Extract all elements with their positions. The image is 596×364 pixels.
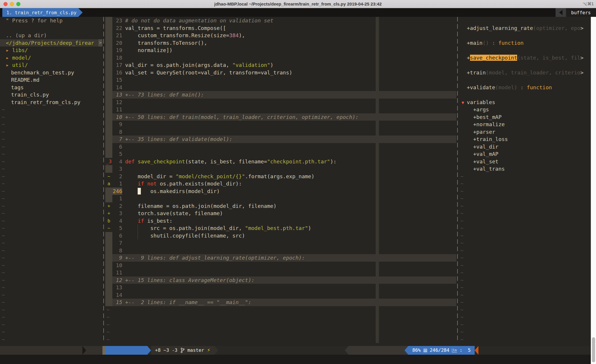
- code-line[interactable]: ~2 model_dir = "model/check_point/{}".fo…: [105, 173, 456, 180]
- tab-train-retr-from-cls[interactable]: 1. train_retr_from_cls.py: [2, 8, 78, 17]
- tagbar-section-variables[interactable]: ▼ variables: [459, 99, 591, 106]
- fold-line[interactable]: 7+-- 35 lines: def validate(model):: [105, 135, 456, 143]
- blank-code-line[interactable]: 5: [105, 150, 456, 158]
- nerdtree-up-dir[interactable]: .. (up a dir): [0, 32, 102, 39]
- blank-code-line[interactable]: 18: [105, 54, 456, 62]
- tagbar-variable-item[interactable]: +train_loss: [459, 135, 591, 143]
- empty-line-tilde: ~: [459, 232, 591, 240]
- sign-column-cell: [105, 135, 112, 143]
- blank-code-line[interactable]: 3: [105, 165, 456, 173]
- window-separator-left[interactable]: [103, 17, 104, 343]
- fold-line[interactable]: 15+-- 2 lines: if __name__ == "__main__"…: [105, 299, 456, 306]
- empty-line-tilde: ~: [105, 328, 456, 336]
- powerline-arrow: [214, 346, 218, 355]
- tree-dir-item[interactable]: ▸ model/: [0, 54, 102, 62]
- section-label: variables: [467, 99, 495, 105]
- blank-code-line[interactable]: 15: [105, 76, 456, 84]
- code-line[interactable]: 17val_dir = os.path.join(args.data, "val…: [105, 61, 456, 69]
- blank-code-line[interactable]: 9: [105, 121, 456, 128]
- tree-file-item[interactable]: tags: [0, 84, 102, 91]
- blank-code-line[interactable]: 14: [105, 84, 456, 91]
- blank-code-line[interactable]: 10: [105, 262, 456, 269]
- dir-name: libs/: [12, 47, 28, 53]
- scrollbar-thumb[interactable]: [592, 337, 595, 362]
- code-line[interactable]: 21 custom_transform.Resize(size=384),: [105, 32, 456, 39]
- fold-line[interactable]: 13+-- 73 lines: def main():: [105, 91, 456, 99]
- window-separator-right[interactable]: [457, 17, 458, 343]
- sign-column-cell: [105, 269, 112, 276]
- tagbar-function-item[interactable]: +train(model, train_loader, criterio>: [459, 69, 591, 76]
- tagbar-variable-item[interactable]: +val_mAP: [459, 150, 591, 158]
- code-line[interactable]: 16val_set = QuerySet(root=val_dir, trans…: [105, 69, 456, 76]
- tagbar-variable-item[interactable]: +val_dir: [459, 143, 591, 151]
- blank-code-line[interactable]: 7: [105, 239, 456, 247]
- code-line[interactable]: b4 if is_best:: [105, 217, 456, 225]
- empty-line-tilde: ~: [0, 202, 102, 210]
- visibility-plus: +: [467, 69, 470, 76]
- blank-code-line[interactable]: 14: [105, 291, 456, 299]
- folder-collapsed-icon: ▸: [6, 62, 12, 68]
- buffers-toggle[interactable]: buffers: [566, 8, 596, 17]
- code-line[interactable]: ~5 src = os.path.join(model_dir, "model_…: [105, 224, 456, 232]
- tree-file-item[interactable]: train_cls.py: [0, 91, 102, 99]
- fold-line[interactable]: 10+-- 50 lines: def train(model, train_l…: [105, 113, 456, 121]
- powerline-arrow: [147, 346, 151, 355]
- code-line[interactable]: 6 shutil.copyfile(filename, src): [105, 232, 456, 240]
- code-line[interactable]: 246 os.makedirs(model_dir): [105, 188, 456, 195]
- code-line[interactable]: 19 normalize]): [105, 47, 456, 54]
- tagbar-function-item[interactable]: +validate(model) : function: [459, 84, 591, 91]
- blank-code-line[interactable]: 6: [105, 143, 456, 151]
- tree-dir-item[interactable]: ▸ libs/: [0, 47, 102, 54]
- blank-code-line[interactable]: 8: [105, 247, 456, 254]
- text-token: os.path.exists(model_dir):: [157, 181, 242, 187]
- tagbar-function-item[interactable]: +adjust_learning_rate(optimizer, epo>: [459, 24, 591, 32]
- sign-column-cell: b: [105, 217, 112, 225]
- code-line[interactable]: 23# do not do data augmentation on valid…: [105, 17, 456, 24]
- tree-dir-item[interactable]: ▸ util/: [0, 61, 102, 69]
- line-number: 20: [112, 39, 122, 47]
- nerdtree-root[interactable]: </jdhao/Projects/deep_firear>: [0, 39, 102, 47]
- line-number: 3: [112, 165, 122, 173]
- empty-line-tilde: ~: [0, 195, 102, 202]
- nerdtree-statusline: ~/Projects/deep_firearm: [0, 346, 102, 355]
- tagbar-variable-item[interactable]: +val_trans: [459, 165, 591, 173]
- code-line[interactable]: +2 filename = os.path.join(model_dir, fi…: [105, 202, 456, 210]
- tagbar-variable-item[interactable]: +normalize: [459, 121, 591, 128]
- code-line[interactable]: 20 transforms.ToTensor(),: [105, 39, 456, 47]
- fold-line[interactable]: 9+-- 9 lines: def adjust_learning_rate(o…: [105, 254, 456, 262]
- fold-line[interactable]: 12+-- 15 lines: class AverageMeter(objec…: [105, 276, 456, 284]
- tree-file-item[interactable]: train_retr_from_cls.py: [0, 99, 102, 106]
- line-text: [122, 239, 456, 247]
- empty-line-tilde: ~: [0, 306, 102, 314]
- tagbar-variable-item[interactable]: +best_mAP: [459, 113, 591, 121]
- tagbar-variable-item[interactable]: +args: [459, 106, 591, 113]
- tagbar-function-item[interactable]: +main() : function: [459, 39, 591, 47]
- tagbar-variable-item[interactable]: +parser: [459, 128, 591, 136]
- git-branch-name[interactable]: master: [187, 346, 204, 355]
- line-text: +-- 2 lines: if __name__ == "__main__":: [122, 299, 456, 306]
- blank-code-line[interactable]: 13: [105, 284, 456, 291]
- sign-column-cell: _3: [105, 158, 112, 165]
- blank-code-line[interactable]: 11: [105, 106, 456, 113]
- tab-scroll-left-chip[interactable]: [556, 8, 566, 17]
- code-line[interactable]: _34def save_checkpoint(state, is_best, f…: [105, 158, 456, 165]
- tagbar-function-item[interactable]: +save_checkpoint(state, is_best, fil>: [459, 54, 591, 62]
- blank-code-line[interactable]: 11: [105, 269, 456, 276]
- tagbar-variable-item[interactable]: +val_set: [459, 158, 591, 165]
- code-line[interactable]: +3 torch.save(state, filename): [105, 210, 456, 217]
- macos-scrollbar[interactable]: [591, 17, 596, 364]
- blank-code-line[interactable]: 12: [105, 99, 456, 106]
- text-token: "model_best.pth.tar": [245, 225, 308, 231]
- tag-name: validate: [470, 84, 495, 90]
- tree-file-item[interactable]: README.md: [0, 76, 102, 84]
- code-line[interactable]: a1 if not os.path.exists(model_dir):: [105, 180, 456, 188]
- code-line[interactable]: 22val_trans = transforms.Compose([: [105, 24, 456, 32]
- blank-code-line[interactable]: 8: [105, 128, 456, 136]
- git-segment: +8 ~3 -3 master ⚡: [151, 346, 214, 355]
- blank-line: [459, 61, 591, 69]
- tree-file-item[interactable]: benchmark_on_test.py: [0, 69, 102, 76]
- blank-code-line[interactable]: 1: [105, 195, 456, 202]
- empty-line-tilde: ~: [0, 121, 102, 128]
- line-text: transforms.ToTensor(),: [122, 39, 456, 47]
- command-line[interactable]: [0, 355, 596, 364]
